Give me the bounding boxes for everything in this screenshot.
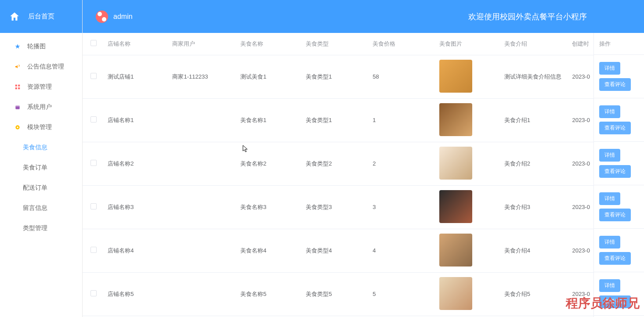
page-title: 欢迎使用校园外卖点餐平台小程序 [468, 11, 587, 22]
submenu-item-4[interactable]: 类型管理 [0, 218, 82, 238]
th-create-time: 创建时 [568, 33, 593, 55]
cell-merchant [169, 185, 237, 229]
th-food-price: 美食价格 [369, 33, 436, 55]
table-row: 店铺名称2 美食名称2 美食类型2 2 美食介绍2 2023-0 [83, 142, 593, 185]
view-comments-button[interactable]: 查看评论 [599, 122, 631, 134]
menu-item-label: 资源管理 [27, 83, 52, 91]
topbar-user[interactable]: admin [96, 11, 133, 23]
actions-column: 操作 详情 查看评论 详情 查看评论 详情 查看评论 详情 查看评论 详情 查看… [593, 33, 644, 317]
food-thumbnail[interactable] [439, 234, 472, 267]
grid-icon [14, 83, 21, 90]
submenu-item-0[interactable]: 美食信息 [0, 137, 82, 158]
row-checkbox[interactable] [90, 160, 97, 166]
view-comments-button[interactable]: 查看评论 [599, 295, 631, 308]
svg-rect-3 [18, 87, 20, 89]
sidebar-menu: 轮播图公告信息管理资源管理系统用户模块管理 美食信息美食订单配送订单留言信息类型… [0, 33, 82, 317]
detail-button[interactable]: 详情 [599, 192, 620, 205]
row-checkbox[interactable] [90, 116, 97, 122]
menu-item-0[interactable]: 轮播图 [0, 36, 82, 57]
detail-button[interactable]: 详情 [599, 105, 620, 118]
cell-intro: 美食介绍3 [501, 185, 569, 229]
cell-food-type: 美食类型4 [302, 229, 369, 272]
th-food-type: 美食类型 [302, 33, 369, 55]
svg-rect-0 [15, 85, 17, 86]
sidebar-header[interactable]: 后台首页 [0, 0, 82, 33]
cell-food-price: 5 [369, 272, 436, 316]
cell-time: 2023-0 [568, 229, 593, 272]
topbar: admin 欢迎使用校园外卖点餐平台小程序 [83, 0, 644, 33]
actions-cell: 详情 查看评论 [594, 272, 644, 316]
menu-item-3[interactable]: 系统用户 [0, 97, 82, 117]
cell-food-price: 4 [369, 229, 436, 272]
select-all-checkbox[interactable] [90, 40, 97, 46]
svg-rect-1 [18, 85, 20, 86]
table-row: 店铺名称5 美食名称5 美食类型5 5 美食介绍5 2023-0 [83, 272, 593, 316]
avatar-icon [96, 11, 108, 23]
cell-time: 2023-0 [568, 185, 593, 229]
detail-button[interactable]: 详情 [599, 149, 620, 162]
detail-button[interactable]: 详情 [599, 236, 620, 249]
menu-item-4[interactable]: 模块管理 [0, 117, 82, 137]
detail-button[interactable]: 详情 [599, 62, 620, 75]
table-row: 店铺名称1 美食名称1 美食类型1 1 美食介绍1 2023-0 [83, 98, 593, 142]
food-thumbnail[interactable] [439, 103, 472, 136]
view-comments-button[interactable]: 查看评论 [599, 165, 631, 178]
menu-item-label: 模块管理 [27, 123, 52, 131]
th-shop: 店铺名称 [104, 33, 169, 55]
cell-food-name: 美食名称2 [237, 142, 302, 185]
row-checkbox[interactable] [90, 73, 97, 79]
menu-item-label: 系统用户 [27, 103, 52, 111]
cell-food-price: 3 [369, 185, 436, 229]
cell-time: 2023-0 [568, 142, 593, 185]
detail-button[interactable]: 详情 [599, 279, 620, 292]
food-thumbnail[interactable] [439, 147, 472, 180]
view-comments-button[interactable]: 查看评论 [599, 252, 631, 265]
menu-item-2[interactable]: 资源管理 [0, 77, 82, 97]
cell-time: 2023-0 [568, 98, 593, 142]
food-table: 店铺名称 商家用户 美食名称 美食类型 美食价格 美食图片 美食介绍 创建时 测… [83, 33, 593, 316]
cell-food-name: 美食名称4 [237, 229, 302, 272]
cell-food-type: 美食类型3 [302, 185, 369, 229]
actions-cell: 详情 查看评论 [594, 98, 644, 142]
cell-food-price: 58 [369, 55, 436, 98]
food-thumbnail[interactable] [439, 277, 472, 310]
svg-rect-2 [15, 87, 17, 89]
cell-food-type: 美食类型2 [302, 142, 369, 185]
actions-cell: 详情 查看评论 [594, 55, 644, 98]
food-thumbnail[interactable] [439, 60, 472, 93]
submenu-item-3[interactable]: 留言信息 [0, 198, 82, 218]
th-food-img: 美食图片 [436, 33, 501, 55]
box-icon [14, 104, 21, 111]
actions-cell: 详情 查看评论 [594, 229, 644, 272]
cell-food-price: 1 [369, 98, 436, 142]
cell-time: 2023-0 [568, 272, 593, 316]
menu-item-label: 公告信息管理 [27, 63, 64, 71]
cell-intro: 美食介绍1 [501, 98, 569, 142]
cell-food-type: 美食类型1 [302, 98, 369, 142]
row-checkbox[interactable] [90, 203, 97, 209]
submenu-item-2[interactable]: 配送订单 [0, 178, 82, 198]
food-thumbnail[interactable] [439, 190, 472, 223]
star-icon [14, 43, 21, 50]
sidebar: 后台首页 轮播图公告信息管理资源管理系统用户模块管理 美食信息美食订单配送订单留… [0, 0, 83, 317]
cell-intro: 美食介绍4 [501, 229, 569, 272]
view-comments-button[interactable]: 查看评论 [599, 209, 631, 221]
row-checkbox[interactable] [90, 247, 97, 253]
home-icon [8, 10, 21, 23]
content: 店铺名称 商家用户 美食名称 美食类型 美食价格 美食图片 美食介绍 创建时 测… [83, 33, 644, 317]
actions-cell: 详情 查看评论 [594, 185, 644, 229]
view-comments-button[interactable]: 查看评论 [599, 78, 631, 91]
cell-time: 2023-0 [568, 55, 593, 98]
cell-intro: 美食介绍2 [501, 142, 569, 185]
svg-rect-5 [15, 106, 19, 107]
submenu-item-1[interactable]: 美食订单 [0, 158, 82, 178]
actions-cell: 详情 查看评论 [594, 142, 644, 185]
th-food-name: 美食名称 [237, 33, 302, 55]
cell-intro: 测试详细美食介绍信息 [501, 55, 569, 98]
cell-shop: 测试店铺1 [104, 55, 169, 98]
menu-item-1[interactable]: 公告信息管理 [0, 57, 82, 77]
table-row: 店铺名称4 美食名称4 美食类型4 4 美食介绍4 2023-0 [83, 229, 593, 272]
cell-merchant [169, 142, 237, 185]
row-checkbox[interactable] [90, 290, 97, 296]
cell-food-name: 测试美食1 [237, 55, 302, 98]
